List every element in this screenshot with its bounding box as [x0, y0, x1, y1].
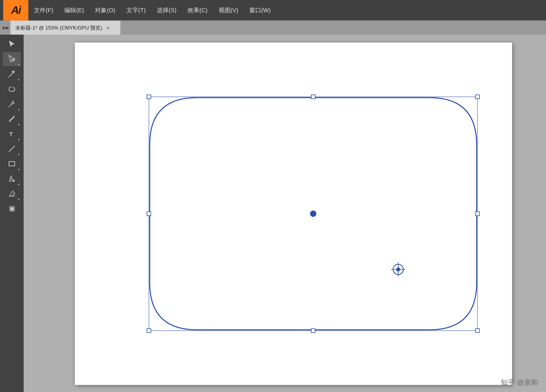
svg-rect-8 [11, 207, 13, 210]
svg-point-1 [12, 101, 13, 102]
tab-expand-button[interactable]: ▶▶ [2, 20, 10, 35]
left-toolbar: T [0, 35, 24, 392]
tab-title: 未标题-1* @ 153% (CMYK/GPU 预览) [15, 24, 102, 31]
menu-item-effect[interactable]: 效果(C) [182, 0, 213, 20]
tool-select[interactable] [3, 37, 21, 51]
svg-point-18 [310, 211, 316, 217]
active-tab[interactable]: 未标题-1* @ 153% (CMYK/GPU 预览) × [10, 20, 121, 35]
menu-item-view[interactable]: 视图(V) [213, 0, 244, 20]
menu-item-file[interactable]: 文件(F) [28, 0, 59, 20]
svg-text:T: T [9, 131, 13, 137]
svg-rect-16 [311, 329, 315, 333]
tool-rect[interactable] [3, 157, 21, 171]
menu-item-object[interactable]: 对象(O) [89, 0, 121, 20]
canvas-area: 知乎 @亲和 [24, 35, 546, 392]
canvas-svg [75, 43, 512, 385]
tab-close-button[interactable]: × [106, 25, 110, 31]
svg-rect-17 [475, 329, 479, 333]
tool-brush[interactable] [3, 112, 21, 126]
tool-paintbucket[interactable] [3, 172, 21, 186]
tool-line[interactable] [3, 142, 21, 156]
tool-fill[interactable] [3, 202, 21, 216]
tabbar: ▶▶ 未标题-1* @ 153% (CMYK/GPU 预览) × [0, 20, 546, 35]
svg-rect-15 [147, 329, 151, 333]
svg-rect-11 [311, 95, 315, 99]
tool-lasso[interactable] [3, 82, 21, 96]
tool-pen[interactable] [3, 97, 21, 111]
svg-rect-4 [9, 162, 15, 166]
canvas-document [75, 43, 512, 385]
main-area: T 知乎 @亲和 [0, 35, 546, 392]
svg-rect-14 [475, 212, 479, 216]
svg-rect-0 [13, 59, 15, 61]
tool-type[interactable]: T [3, 127, 21, 141]
tool-eraser[interactable] [3, 187, 21, 201]
menu-item-window[interactable]: 窗口(W) [244, 0, 276, 20]
svg-rect-10 [147, 95, 151, 99]
menubar: Ai 文件(F)编辑(E)对象(O)文字(T)选择(S)效果(C)视图(V)窗口… [0, 0, 546, 20]
tool-direct-select[interactable] [3, 52, 21, 66]
svg-line-3 [9, 146, 15, 152]
menu-item-edit[interactable]: 编辑(E) [59, 0, 89, 20]
svg-rect-12 [475, 95, 479, 99]
svg-rect-13 [147, 212, 151, 216]
tool-magic-wand[interactable] [3, 67, 21, 81]
ai-logo: Ai [3, 0, 28, 20]
menu-item-type[interactable]: 文字(T) [121, 0, 151, 20]
menu-item-select[interactable]: 选择(S) [151, 0, 182, 20]
